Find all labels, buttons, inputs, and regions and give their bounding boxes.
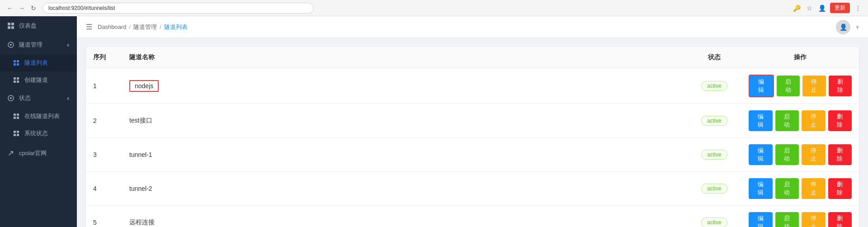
address-bar[interactable]: localhost:9200/#/tunnels/list <box>42 3 314 14</box>
app-container: 仪表盘 隧道管理 ∧ <box>0 16 868 227</box>
tunnel-table-container: 序列 隧道名称 状态 操作 1nodejsactive编辑启动停止删除2test… <box>86 47 859 227</box>
col-header-actions: 操作 <box>741 47 859 68</box>
cell-status: active <box>687 172 741 206</box>
stop-button[interactable]: 停止 <box>802 212 826 227</box>
browser-actions: 🔑 ☆ 👤 更新 ⋮ <box>792 3 863 13</box>
edit-button[interactable]: 编辑 <box>749 212 773 227</box>
status-badge: active <box>701 218 727 227</box>
cell-index: 1 <box>86 68 122 104</box>
edit-button[interactable]: 编辑 <box>749 75 774 97</box>
stop-button[interactable]: 停止 <box>802 110 826 131</box>
start-button[interactable]: 启动 <box>775 144 799 165</box>
breadcrumb-sep-2: / <box>160 24 161 30</box>
svg-rect-0 <box>8 23 10 25</box>
delete-button[interactable]: 删除 <box>828 144 852 165</box>
create-tunnel-label: 创建隧道 <box>24 76 48 84</box>
status-badge: active <box>701 116 727 126</box>
delete-button[interactable]: 删除 <box>828 178 852 199</box>
breadcrumb-sep-1: / <box>129 24 131 30</box>
cell-actions: 编辑启动停止删除 <box>741 172 859 206</box>
dashboard-icon <box>7 22 14 29</box>
star-icon[interactable]: ☆ <box>805 4 814 13</box>
start-button[interactable]: 启动 <box>775 110 799 131</box>
action-buttons: 编辑启动停止删除 <box>749 110 852 131</box>
browser-nav: ← → ↻ <box>5 4 38 13</box>
svg-rect-8 <box>14 63 16 66</box>
update-button[interactable]: 更新 <box>830 3 850 13</box>
sidebar-item-create-tunnel[interactable]: 创建隧道 <box>0 71 77 89</box>
svg-point-15 <box>10 97 12 99</box>
system-status-label: 系统状态 <box>24 129 48 137</box>
status-icon <box>7 95 14 102</box>
delete-button[interactable]: 删除 <box>829 76 852 96</box>
start-button[interactable]: 启动 <box>775 212 799 227</box>
sidebar-item-cpolar[interactable]: cpolar官网 <box>0 144 77 163</box>
status-badge: active <box>701 184 727 194</box>
stop-button[interactable]: 停止 <box>802 178 826 199</box>
cell-actions: 编辑启动停止删除 <box>741 104 859 138</box>
tunnel-list-label: 隧道列表 <box>24 59 48 67</box>
cell-actions: 编辑启动停止删除 <box>741 138 859 172</box>
key-icon[interactable]: 🔑 <box>792 4 801 13</box>
stop-button[interactable]: 停止 <box>802 144 826 165</box>
start-button[interactable]: 启动 <box>775 178 799 199</box>
status-chevron: ∧ <box>66 96 70 101</box>
svg-rect-19 <box>17 117 19 119</box>
refresh-button[interactable]: ↻ <box>29 4 38 13</box>
svg-rect-11 <box>17 77 19 80</box>
edit-button[interactable]: 编辑 <box>749 144 773 165</box>
browser-chrome: ← → ↻ localhost:9200/#/tunnels/list 🔑 ☆ … <box>0 0 868 16</box>
svg-rect-20 <box>14 131 16 133</box>
svg-rect-1 <box>11 23 14 25</box>
tunnel-management-icon <box>7 41 14 48</box>
start-button[interactable]: 启动 <box>777 76 800 96</box>
tunnel-name-highlighted: nodejs <box>129 80 159 92</box>
action-buttons: 编辑启动停止删除 <box>749 178 852 199</box>
status-label: 状态 <box>19 94 31 102</box>
svg-rect-12 <box>14 80 16 83</box>
table-row: 3tunnel-1active编辑启动停止删除 <box>86 138 859 172</box>
content-area: ☰ Dashboard / 隧道管理 / 隧道列表 👤 ∨ 序列 <box>77 16 868 227</box>
edit-button[interactable]: 编辑 <box>749 110 773 131</box>
tunnel-management-chevron: ∧ <box>66 43 70 47</box>
svg-rect-21 <box>17 131 19 133</box>
sidebar-item-tunnel-list[interactable]: 隧道列表 <box>0 54 77 71</box>
forward-button[interactable]: → <box>17 4 26 13</box>
stop-button[interactable]: 停止 <box>802 76 826 96</box>
svg-rect-22 <box>14 134 16 136</box>
tunnel-table: 序列 隧道名称 状态 操作 1nodejsactive编辑启动停止删除2test… <box>86 47 859 227</box>
svg-rect-16 <box>14 114 16 116</box>
svg-rect-17 <box>17 114 19 116</box>
svg-rect-6 <box>14 60 16 62</box>
back-button[interactable]: ← <box>5 4 14 13</box>
cell-status: active <box>687 138 741 172</box>
profile-icon[interactable]: 👤 <box>817 4 826 13</box>
svg-rect-18 <box>14 117 16 119</box>
sidebar-section-status[interactable]: 状态 ∧ <box>0 89 77 108</box>
url-text: localhost:9200/#/tunnels/list <box>48 5 115 11</box>
col-header-name: 隧道名称 <box>122 47 687 68</box>
svg-rect-3 <box>11 26 14 29</box>
menu-icon[interactable]: ⋮ <box>854 4 863 13</box>
delete-button[interactable]: 删除 <box>828 212 852 227</box>
menu-toggle-icon[interactable]: ☰ <box>86 23 92 31</box>
col-header-index: 序列 <box>86 47 122 68</box>
breadcrumb-dashboard[interactable]: Dashboard <box>98 24 127 30</box>
avatar[interactable]: 👤 <box>836 20 850 34</box>
action-buttons: 编辑启动停止删除 <box>749 212 852 227</box>
system-status-icon <box>13 130 20 137</box>
sidebar: 仪表盘 隧道管理 ∧ <box>0 16 77 227</box>
dashboard-label: 仪表盘 <box>19 22 37 30</box>
cell-name: tunnel-2 <box>122 172 687 206</box>
breadcrumb-tunnel-management[interactable]: 隧道管理 <box>133 23 157 31</box>
topbar: ☰ Dashboard / 隧道管理 / 隧道列表 👤 ∨ <box>77 16 868 38</box>
sidebar-section-tunnel-management[interactable]: 隧道管理 ∧ <box>0 35 77 54</box>
breadcrumb-tunnel-list[interactable]: 隧道列表 <box>164 23 188 31</box>
sidebar-item-system-status[interactable]: 系统状态 <box>0 125 77 142</box>
edit-button[interactable]: 编辑 <box>749 178 773 199</box>
sidebar-item-dashboard[interactable]: 仪表盘 <box>0 16 77 35</box>
sidebar-item-online-tunnel-list[interactable]: 在线隧道列表 <box>0 108 77 125</box>
delete-button[interactable]: 删除 <box>828 110 852 131</box>
main-content: 序列 隧道名称 状态 操作 1nodejsactive编辑启动停止删除2test… <box>77 38 868 227</box>
svg-rect-10 <box>14 77 16 80</box>
